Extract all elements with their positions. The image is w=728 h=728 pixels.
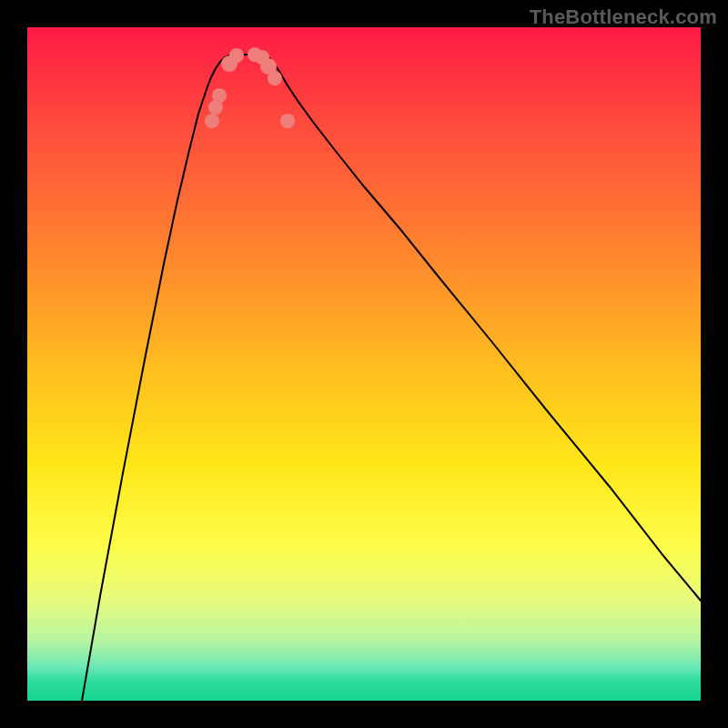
marker-group — [205, 47, 295, 128]
curve-left-curve — [82, 55, 235, 701]
curve-group — [82, 55, 701, 701]
data-point-2 — [212, 88, 227, 103]
watermark-text: TheBottleneck.com — [530, 5, 717, 29]
chart-area — [27, 27, 701, 701]
data-point-0 — [205, 114, 219, 128]
curve-right-curve — [262, 55, 701, 601]
data-point-9 — [280, 114, 295, 128]
data-point-4 — [229, 48, 244, 63]
data-point-8 — [268, 71, 282, 86]
bottleneck-chart — [27, 27, 701, 701]
